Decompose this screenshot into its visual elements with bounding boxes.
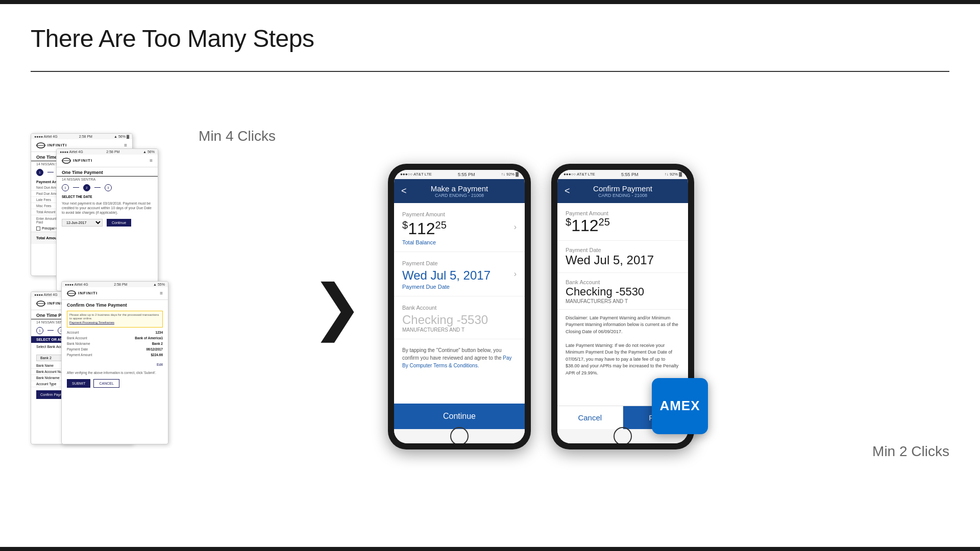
- signal-2: ●●●● Airtel 4G: [60, 150, 83, 154]
- confirm-screen-title: Confirm One Time Payment: [62, 300, 168, 309]
- continue-btn[interactable]: Continue: [394, 404, 525, 429]
- battery-4: ▲ 55%: [153, 283, 165, 286]
- date-select-input[interactable]: 12-Jun-2017: [62, 219, 103, 227]
- payment-date-section[interactable]: Payment Date Wed Jul 5, 2017 Payment Due…: [394, 252, 525, 296]
- payment-amount-label: Payment Amount: [402, 211, 517, 217]
- step-line-2-1: [73, 187, 79, 188]
- disclaimer-text: Disclaimer: Late Payment Warning and/or …: [557, 310, 688, 382]
- status-left-cp: ●●●○○ AT&T LTE: [564, 172, 595, 177]
- edit-link[interactable]: Edit: [157, 363, 163, 366]
- hamburger-1[interactable]: ≡: [124, 142, 127, 148]
- screen-title-2: One Time Payment: [57, 167, 158, 177]
- bank-account-label: Bank Account: [402, 305, 517, 311]
- confirm-amount-label: Payment Amount: [566, 210, 680, 216]
- time-1: 2:58 PM: [79, 135, 92, 138]
- infiniti-logo-svg-2: [62, 158, 71, 164]
- confirm-bank-sub: MANUFACTURERS AND T: [566, 298, 680, 304]
- status-right-cp: ↑↓ 92% ▓: [665, 172, 682, 177]
- step-indicators-2: 1 2 3: [57, 182, 158, 193]
- home-button-right[interactable]: [614, 427, 632, 443]
- confirm-bank-section: Bank Account Checking -5530 MANUFACTURER…: [557, 273, 688, 310]
- back-arrow-left[interactable]: <: [401, 186, 407, 196]
- confirm-payment-subtitle: CARD ENDING - 21008: [565, 193, 681, 198]
- date-description: Your next payment is due 03/18/2018. Pay…: [57, 200, 158, 217]
- min-clicks-right: Min 2 Clicks: [872, 443, 949, 460]
- date-section: SELECT THE DATE: [57, 193, 158, 200]
- payment-date-value: Wed Jul 5, 2017: [402, 268, 517, 283]
- battery-1: ▲ 56% ▓: [114, 135, 129, 138]
- total-balance-label: Total Balance: [402, 239, 517, 245]
- confirm-payment-nav: < Confirm Payment CARD ENDING - 21008: [557, 179, 688, 203]
- signal-icon: ●●●● Airtel 4G: [34, 135, 58, 138]
- hamburger-2[interactable]: ≡: [150, 158, 153, 163]
- time-4: 2:58 PM: [114, 283, 127, 286]
- yellow-notice: Please allow up to 2 business days for t…: [67, 311, 163, 328]
- step-3-1: 1: [36, 327, 43, 334]
- make-payment-content: Payment Amount $11225 Total Balance › Pa…: [394, 203, 525, 404]
- disclaimer-1: Disclaimer: Late Payment Warning and/or …: [566, 315, 678, 334]
- status-right-lp: ↑↓ 92% ▓: [501, 172, 519, 177]
- make-payment-subtitle: CARD ENDING - 21008: [401, 193, 518, 198]
- confirm-detail-3: Bank NicknameBank 2: [62, 341, 168, 346]
- confirm-date-label: Payment Date: [566, 247, 680, 253]
- confirm-date-value: Wed Jul 5, 2017: [566, 253, 680, 267]
- infiniti-logo-4: INFINITI: [67, 290, 97, 296]
- main-content: Min 4 Clicks ●●●● Airtel 4G 2:58 PM ▲ 56…: [0, 72, 980, 541]
- submit-btn[interactable]: SUBMIT: [67, 379, 90, 388]
- forward-arrow: ❯: [311, 276, 363, 337]
- time-2: 2:58 PM: [106, 150, 119, 154]
- step-line-2-2: [94, 187, 101, 188]
- signal-3: ●●●● Airtel 4G: [34, 293, 58, 296]
- step-line-1: [47, 172, 54, 172]
- bottom-bar: [0, 547, 980, 551]
- screen4-cancel-btn[interactable]: CANCEL: [93, 379, 119, 388]
- amex-logo: AMEX: [652, 378, 708, 434]
- infiniti-logo-svg-4: [67, 290, 76, 296]
- status-bar-4: ●●●● Airtel 4G 2:58 PM ▲ 55%: [62, 282, 168, 287]
- infiniti-text-1: INFINITI: [47, 143, 67, 147]
- confirm-payment-title: Confirm Payment: [565, 184, 681, 193]
- infiniti-header-4: INFINITI ≡: [62, 287, 168, 300]
- principal-only-checkbox[interactable]: [36, 227, 40, 231]
- cancel-btn[interactable]: Cancel: [557, 406, 623, 429]
- infiniti-logo-svg: [36, 142, 45, 148]
- payment-processing-link[interactable]: Payment Processing Timeframes: [69, 321, 114, 324]
- infiniti-text-4: INFINITI: [78, 291, 97, 295]
- right-section: ●●●○○ AT&T LTE 5:55 PM ↑↓ 92% ▓ < Make a…: [388, 164, 949, 449]
- home-button-left[interactable]: [450, 427, 469, 443]
- edit-link-container: Edit: [62, 358, 168, 369]
- confirm-date-section: Payment Date Wed Jul 5, 2017: [557, 241, 688, 273]
- notice-text: Please allow up to 2 business days for t…: [69, 313, 159, 320]
- confirm-content: Payment Amount $11225 Payment Date Wed J…: [557, 203, 688, 406]
- step-1: 1: [36, 169, 43, 176]
- confirm-detail-1: Account1234: [62, 330, 168, 335]
- infiniti-logo-1: INFINITI: [36, 142, 67, 148]
- step-2-3: 3: [105, 184, 112, 191]
- phones-stack: ●●●● Airtel 4G 2:58 PM ▲ 56% ▓ INFINITI …: [31, 133, 286, 480]
- payment-date-subtitle: Payment Due Date: [402, 284, 517, 290]
- terms-link[interactable]: Pay By Computer Terms & Conditions.: [402, 355, 512, 368]
- terms-text: By tapping the "Continue" button below, …: [394, 339, 525, 377]
- confirm-detail-2: Bank AccountBank of America1: [62, 335, 168, 341]
- step-2-1: 1: [62, 184, 69, 191]
- status-bar-2: ●●●● Airtel 4G 2:58 PM ▲ 56%: [57, 149, 158, 155]
- amount-chevron: ›: [514, 222, 517, 232]
- hamburger-4[interactable]: ≡: [160, 290, 163, 296]
- signal-4: ●●●● Airtel 4G: [65, 283, 88, 286]
- bank-account-value: Checking -5530: [402, 313, 517, 327]
- status-left-lp: ●●●○○ AT&T LTE: [400, 172, 432, 177]
- confirm-detail-4: Payment Date06/12/2017: [62, 346, 168, 352]
- infiniti-logo-2: INFINITI: [62, 158, 92, 164]
- screen2-continue-btn[interactable]: Continue: [107, 219, 131, 227]
- confirm-bank-value: Checking -5530: [566, 285, 680, 298]
- phone-screen-2: ●●●● Airtel 4G 2:58 PM ▲ 56% INFINITI ≡ …: [56, 148, 158, 291]
- phone-screen-4: ●●●● Airtel 4G 2:58 PM ▲ 55% INFINITI ≡ …: [61, 281, 168, 444]
- arrow-section: ❯: [306, 276, 368, 337]
- payment-amount-section[interactable]: Payment Amount $11225 Total Balance ›: [394, 203, 525, 252]
- back-arrow-right[interactable]: <: [565, 186, 570, 196]
- make-payment-status-bar: ●●●○○ AT&T LTE 5:55 PM ↑↓ 92% ▓: [394, 170, 525, 179]
- amex-text: AMEX: [659, 398, 700, 414]
- screen4-buttons: SUBMIT CANCEL: [62, 377, 168, 390]
- make-payment-nav: < Make a Payment CARD ENDING - 21008: [394, 179, 525, 203]
- after-verify-text: After verifying the above information is…: [62, 369, 168, 377]
